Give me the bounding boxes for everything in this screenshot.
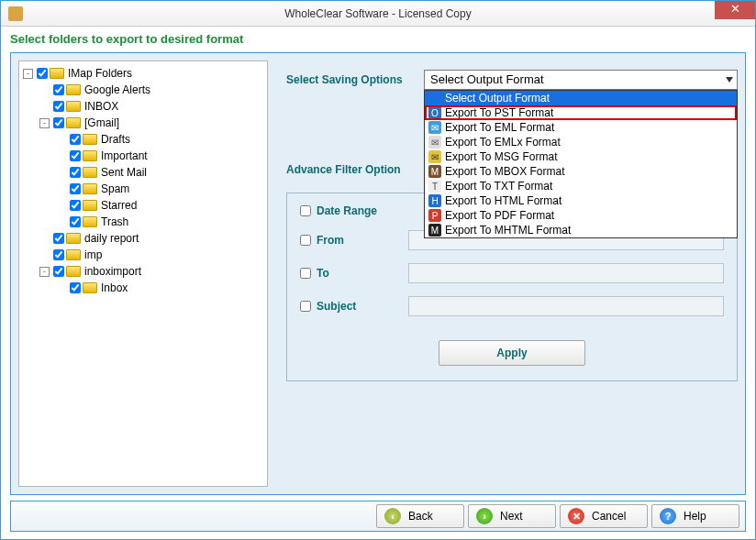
date-range-checkbox-label[interactable]: Date Range bbox=[300, 204, 401, 217]
output-format-combo[interactable]: Select Output Format Select Output Forma… bbox=[424, 70, 738, 90]
tree-item-label[interactable]: Starred bbox=[99, 197, 137, 214]
subject-text: Subject bbox=[317, 300, 356, 313]
dropdown-option-label: Export To TXT Format bbox=[445, 180, 552, 193]
tree-item-label[interactable]: IMap Folders bbox=[66, 65, 132, 82]
tree-expander-icon[interactable]: - bbox=[39, 267, 50, 277]
dropdown-option-label: Export To EML Format bbox=[445, 121, 554, 134]
to-checkbox[interactable] bbox=[300, 268, 311, 279]
tree-item[interactable]: Inbox bbox=[56, 280, 265, 296]
format-icon: H bbox=[428, 194, 441, 207]
apply-button-label: Apply bbox=[496, 347, 527, 359]
close-button[interactable]: ✕ bbox=[715, 1, 755, 19]
tree-item[interactable]: Sent Mail bbox=[56, 164, 265, 181]
next-button-label: Next bbox=[500, 510, 523, 523]
wizard-footer: ‹ Back › Next ✕ Cancel ? Help bbox=[10, 501, 746, 532]
date-range-checkbox[interactable] bbox=[300, 205, 311, 216]
tree-item-label[interactable]: Sent Mail bbox=[99, 164, 147, 181]
folder-icon bbox=[50, 68, 64, 79]
dropdown-option[interactable]: Select Output Format bbox=[425, 91, 737, 105]
tree-checkbox[interactable] bbox=[53, 117, 64, 128]
tree-item-label[interactable]: daily report bbox=[83, 230, 139, 247]
dropdown-option[interactable]: PExport To PDF Format bbox=[425, 208, 737, 223]
subject-input[interactable] bbox=[408, 296, 724, 316]
to-input[interactable] bbox=[408, 263, 724, 283]
tree-item-label[interactable]: INBOX bbox=[83, 98, 118, 115]
apply-button[interactable]: Apply bbox=[439, 340, 585, 366]
tree-checkbox[interactable] bbox=[70, 200, 81, 211]
tree-item[interactable]: Starred bbox=[56, 197, 265, 214]
back-button[interactable]: ‹ Back bbox=[376, 504, 464, 528]
tree-item[interactable]: Important bbox=[56, 148, 265, 164]
folder-icon bbox=[66, 266, 81, 277]
dropdown-option[interactable]: ✉Export To EMLx Format bbox=[425, 135, 737, 149]
dropdown-option[interactable]: ✉Export To EML Format bbox=[425, 120, 737, 135]
tree-checkbox[interactable] bbox=[70, 134, 81, 145]
tree-item[interactable]: -IMap Folders bbox=[23, 65, 265, 82]
output-format-dropdown[interactable]: Select Output FormatOExport To PST Forma… bbox=[424, 90, 738, 238]
tree-item[interactable]: -[Gmail] bbox=[39, 115, 265, 131]
tree-checkbox[interactable] bbox=[70, 216, 81, 227]
tree-checkbox[interactable] bbox=[53, 233, 64, 244]
from-checkbox[interactable] bbox=[300, 235, 311, 246]
format-icon: ✉ bbox=[428, 136, 441, 149]
tree-expander-blank bbox=[39, 102, 50, 112]
tree-checkbox[interactable] bbox=[53, 84, 64, 95]
content-panel: -IMap FoldersGoogle AlertsINBOX-[Gmail]D… bbox=[10, 52, 746, 495]
tree-item[interactable]: INBOX bbox=[39, 98, 265, 115]
tree-expander-blank bbox=[56, 283, 66, 293]
subject-checkbox[interactable] bbox=[300, 301, 311, 312]
tree-item[interactable]: daily report bbox=[39, 230, 265, 247]
help-button[interactable]: ? Help bbox=[651, 504, 739, 528]
next-button[interactable]: › Next bbox=[468, 504, 556, 528]
tree-item-label[interactable]: imp bbox=[83, 247, 102, 263]
folder-tree-panel[interactable]: -IMap FoldersGoogle AlertsINBOX-[Gmail]D… bbox=[18, 61, 268, 487]
titlebar: WholeClear Software - Licensed Copy ✕ bbox=[1, 1, 755, 27]
tree-item-label[interactable]: Drafts bbox=[99, 131, 130, 148]
tree-expander-blank bbox=[39, 250, 50, 260]
cancel-button[interactable]: ✕ Cancel bbox=[560, 504, 648, 528]
dropdown-option[interactable]: TExport To TXT Format bbox=[425, 179, 737, 193]
tree-expander-icon[interactable]: - bbox=[23, 69, 33, 79]
back-button-label: Back bbox=[408, 510, 433, 523]
tree-checkbox[interactable] bbox=[70, 167, 81, 178]
format-icon: M bbox=[428, 165, 441, 178]
tree-item-label[interactable]: Inbox bbox=[99, 280, 128, 296]
dropdown-option[interactable]: HExport To HTML Format bbox=[425, 193, 737, 208]
tree-item-label[interactable]: Important bbox=[99, 148, 148, 164]
tree-item[interactable]: imp bbox=[39, 247, 265, 263]
tree-checkbox[interactable] bbox=[53, 249, 64, 260]
tree-item[interactable]: Drafts bbox=[56, 131, 265, 148]
dropdown-option[interactable]: MExport To MHTML Format bbox=[425, 223, 737, 237]
tree-checkbox[interactable] bbox=[37, 68, 48, 79]
tree-item[interactable]: Spam bbox=[56, 181, 265, 197]
options-panel: Select Saving Options Select Output Form… bbox=[286, 61, 738, 487]
output-format-selected[interactable]: Select Output Format bbox=[424, 70, 738, 90]
dropdown-option-label: Export To EMLx Format bbox=[445, 136, 561, 149]
folder-icon bbox=[83, 167, 97, 178]
tree-checkbox[interactable] bbox=[70, 183, 81, 194]
to-checkbox-label[interactable]: To bbox=[300, 267, 401, 280]
dropdown-option[interactable]: MExport To MBOX Format bbox=[425, 164, 737, 179]
help-icon: ? bbox=[660, 508, 676, 524]
tree-item-label[interactable]: Spam bbox=[99, 181, 129, 197]
folder-icon bbox=[66, 117, 81, 128]
tree-expander-blank bbox=[56, 151, 66, 161]
from-text: From bbox=[317, 234, 344, 247]
tree-checkbox[interactable] bbox=[53, 266, 64, 277]
from-checkbox-label[interactable]: From bbox=[300, 234, 401, 247]
tree-item-label[interactable]: Google Alerts bbox=[83, 82, 150, 98]
tree-item[interactable]: -inboximport bbox=[39, 263, 265, 280]
tree-checkbox[interactable] bbox=[70, 282, 81, 293]
tree-expander-icon[interactable]: - bbox=[39, 118, 50, 128]
subject-checkbox-label[interactable]: Subject bbox=[300, 300, 401, 313]
tree-item-label[interactable]: [Gmail] bbox=[83, 115, 119, 131]
dropdown-option-label: Export To HTML Format bbox=[445, 194, 561, 207]
tree-item[interactable]: Trash bbox=[56, 214, 265, 230]
tree-item[interactable]: Google Alerts bbox=[39, 82, 265, 98]
tree-checkbox[interactable] bbox=[70, 150, 81, 161]
tree-item-label[interactable]: Trash bbox=[99, 214, 128, 230]
dropdown-option[interactable]: OExport To PST Format bbox=[425, 105, 737, 120]
dropdown-option[interactable]: ✉Export To MSG Format bbox=[425, 149, 737, 164]
tree-checkbox[interactable] bbox=[53, 101, 64, 112]
tree-item-label[interactable]: inboximport bbox=[83, 263, 141, 280]
